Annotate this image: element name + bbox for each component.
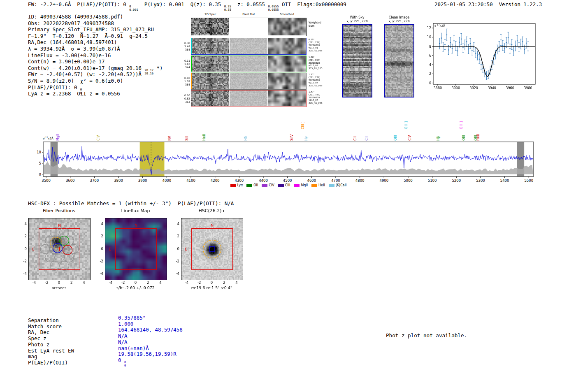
data-point: [481, 64, 482, 65]
text-segment: EWr = -2.40(±0.57) (w: -2.20(±0.52))Å: [28, 71, 142, 77]
compass-east: E: [32, 247, 35, 251]
legend-item: Lyα: [230, 183, 243, 187]
line-fit-plot: 024681012388039003920394039603980e-17x2Å: [422, 19, 541, 99]
spec2d-image: [191, 90, 229, 106]
emission-line-label: CIV: [97, 135, 100, 141]
photz-note: Phot z plot not available.: [386, 332, 467, 339]
info-line: Primary Spec_Slot_IFU_AMP: 315_021_073_R…: [28, 26, 163, 33]
text-segment: EW: -2.2±-0.6Å P(LAE)/P(OII): 0: [28, 1, 129, 7]
x-tick-label: 4000: [163, 179, 172, 183]
x-tick-label: 3940: [488, 86, 496, 90]
data-point: [495, 54, 496, 55]
y-tick-label: 4: [171, 222, 179, 226]
y-tick-label: 6: [429, 54, 431, 58]
data-point: [446, 35, 448, 36]
panel-title: Clean Image: [382, 16, 416, 19]
match-value: 0.357885": [118, 315, 146, 321]
fiber-circle: [60, 261, 69, 271]
info-line: Obs: 20220228v017_4090374588: [28, 20, 163, 27]
match-label: Est LyA rest-EW: [28, 348, 74, 354]
data-point: [470, 43, 471, 44]
annotation-line: 315_RU_086: [309, 102, 329, 104]
emission-line-label: SiII: [185, 136, 189, 141]
x-tick-label: 4: [232, 281, 241, 285]
cutout-overlay: NE: [181, 218, 243, 280]
text-segment: nan(±nan)Å: [118, 345, 149, 351]
text-segment: P(Lyα): 0.001 Q(z): 0.35: [138, 1, 224, 7]
fiber-circle: [50, 227, 60, 237]
units-label: e-17x2Å: [43, 136, 53, 140]
y-tick-label: 8: [429, 45, 431, 49]
emission-line-label: SiIV: [290, 134, 294, 141]
fiber-circle: [40, 244, 50, 254]
text-segment: *): [153, 65, 163, 71]
cutout-panel: HSC(26.2) rNE-4-4-2-2002244m:19.6 re:1.5…: [163, 208, 251, 292]
elixer-detection-report: EW: -2.2±-0.6Å P(LAE)/P(OII): 0 00.001 P…: [0, 0, 576, 392]
left-label: 3.48: [182, 45, 190, 48]
spec2d-row-left-labels: 0.303.48364: [182, 42, 190, 52]
y-tick-label: 2: [19, 234, 27, 238]
data-point: [441, 37, 442, 39]
left-label: 1.42: [182, 63, 190, 66]
legend-item: HeII: [311, 183, 325, 187]
x-tick-label: 4600: [307, 179, 316, 183]
data-point: [499, 46, 500, 47]
spec2d-row-accent: [191, 56, 192, 72]
data-point: [504, 48, 505, 49]
text-segment: 164.468140, 48.597458: [118, 327, 183, 333]
legend-swatch: [262, 184, 267, 187]
data-point: [518, 47, 520, 48]
text-segment: F=1.9" T=0.120 N̄=1.27 Ā=0.91 g=24.5: [28, 33, 148, 39]
annotation-line: 315_RU_085: [309, 49, 329, 52]
units-post: x2Å: [439, 24, 445, 28]
info-line: RA,Dec (164.468018,48.597401): [28, 39, 163, 46]
x-tick-label: 4400: [259, 179, 268, 183]
spec2d-col-header: Pixel Flat: [230, 13, 268, 16]
legend-label: CIV: [269, 183, 274, 187]
weighted-sum-line: Sum: [309, 24, 329, 28]
info-line: F=1.9" T=0.120 N̄=1.27 Ā=0.91 g=24.5: [28, 33, 163, 39]
y-tick-label: 10: [37, 150, 41, 154]
spectrum-svg: 3500360037003800390040004100420043004400…: [25, 108, 553, 194]
compass-north: N: [135, 223, 137, 227]
match-value: N/A: [118, 333, 127, 339]
legend-label: HeII: [318, 183, 325, 187]
left-label: 364: [182, 83, 190, 86]
spec2d-row: [191, 90, 307, 107]
header-summary-line: EW: -2.2±-0.6Å P(LAE)/P(OII): 0 00.001 P…: [28, 1, 346, 12]
y-tick-label: 0: [95, 247, 103, 251]
pixelflat-image: [230, 90, 267, 106]
data-point: [520, 44, 522, 45]
data-point: [526, 43, 527, 44]
x-tick-label: 5400: [500, 179, 509, 183]
annotation-line: 0.15": [309, 38, 329, 41]
cutout-frame: NE: [28, 218, 91, 280]
emission-line-label: Hδ: [244, 136, 248, 141]
x-tick-label: 3500: [42, 179, 51, 183]
match-label: mag: [28, 353, 37, 360]
pixelflat-image: [230, 73, 267, 89]
units-sup: -17: [44, 136, 48, 139]
y-tick-label: 4: [95, 222, 103, 226]
annotation-line: 20220228: [309, 44, 329, 47]
x-tick-label: 0: [132, 281, 140, 285]
match-value: N/A: [118, 339, 127, 345]
error-band: [44, 161, 533, 174]
annotation-line: 1.47": [309, 90, 329, 93]
x-tick-label: 5000: [404, 179, 413, 183]
legend-swatch: [246, 184, 252, 187]
y-tick-label: -4: [19, 271, 27, 276]
y-tick-label: 4: [19, 222, 27, 226]
text-segment: Cont(n) = 3.90(±0.00)e-17: [28, 58, 105, 65]
data-point: [448, 49, 449, 51]
timestamp-version: 2025-01-05 23:20:50 Version 1.22.3: [434, 1, 542, 7]
x-tick-label: 3960: [506, 86, 514, 90]
match-label: Separation: [28, 317, 59, 323]
with-sky-image: [342, 24, 372, 97]
y-tick-label: -4: [171, 271, 179, 276]
legend-item: (K)CaII: [329, 183, 347, 187]
pixelflat-image: [230, 38, 267, 54]
cutout-xlabel: m:19.6 re:1.5" s:0.4": [173, 285, 251, 290]
spec2d-row-accent: [191, 73, 192, 89]
pixelflat-image: [230, 56, 267, 72]
